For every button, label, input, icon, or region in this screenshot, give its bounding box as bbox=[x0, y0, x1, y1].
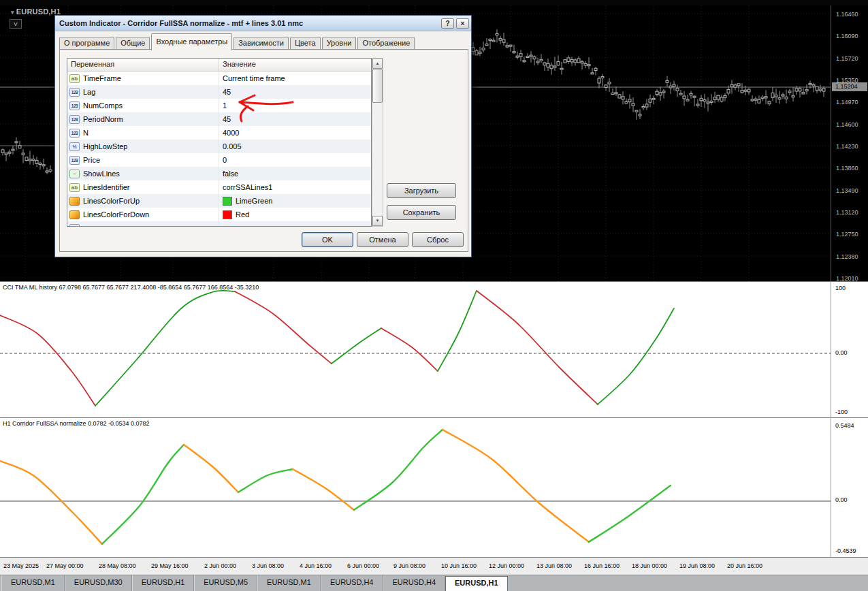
parameters-table: Переменная Значение abTimeFrameCurrent t… bbox=[67, 58, 372, 227]
param-row[interactable]: abLinesIdentifiercorrSSALines1 bbox=[67, 180, 371, 194]
table-scrollbar[interactable]: ▲ ▼ bbox=[372, 58, 383, 227]
scroll-up-icon[interactable]: ▲ bbox=[372, 59, 383, 69]
param-value: 0.005 bbox=[223, 142, 242, 150]
param-value-cell[interactable]: false bbox=[219, 167, 371, 180]
load-button[interactable]: Загрузить bbox=[387, 183, 456, 198]
param-row[interactable]: ~ShowLinesfalse bbox=[67, 167, 371, 180]
chart-corner-icon[interactable]: V bbox=[10, 19, 22, 29]
price-axis-label: 1.13490 bbox=[836, 187, 858, 194]
param-value-cell[interactable]: 0.005 bbox=[219, 140, 371, 153]
string-param-icon: ab bbox=[69, 183, 80, 192]
color-param-icon bbox=[69, 210, 80, 219]
param-row[interactable]: abTimeFrameCurrent time frame bbox=[67, 71, 371, 85]
param-row[interactable]: 123Price0 bbox=[67, 153, 371, 167]
dialog-tab[interactable]: Цвета bbox=[290, 37, 321, 50]
dialog-tab[interactable]: О программе bbox=[59, 37, 114, 50]
dialog-help-button[interactable]: ? bbox=[441, 18, 454, 29]
param-name: Price bbox=[83, 156, 100, 164]
column-header-value[interactable]: Значение bbox=[219, 59, 371, 71]
scroll-down-icon[interactable]: ▼ bbox=[372, 216, 383, 226]
param-row[interactable]: 123Lag45 bbox=[67, 85, 371, 99]
param-value-cell[interactable]: 0 bbox=[219, 153, 371, 167]
param-row[interactable]: 123N4000 bbox=[67, 126, 371, 140]
column-header-variable[interactable]: Переменная bbox=[67, 59, 219, 71]
time-axis-label: 13 Jun 08:00 bbox=[536, 562, 572, 569]
dialog-tab-page: Переменная Значение abTimeFrameCurrent t… bbox=[59, 49, 468, 252]
chart-tab[interactable]: EURUSD,H4 bbox=[321, 575, 383, 591]
dialog-tab[interactable]: Входные параметры bbox=[151, 33, 232, 50]
price-axis-label: 1.14600 bbox=[836, 121, 858, 128]
dialog-titlebar[interactable]: Custom Indicator - Corridor FullSSA norm… bbox=[55, 16, 471, 31]
ok-button[interactable]: OK bbox=[302, 232, 353, 247]
param-row[interactable]: 123 bbox=[67, 221, 371, 227]
chart-tab[interactable]: EURUSD,H1 bbox=[132, 575, 195, 591]
chart-tab[interactable]: EURUSD,H4 bbox=[383, 575, 445, 591]
param-value-cell[interactable]: Red bbox=[219, 208, 371, 221]
price-axis-label: 1.16090 bbox=[836, 33, 858, 39]
chart-tab[interactable]: EURUSD,H1 bbox=[445, 576, 508, 591]
param-value-cell[interactable]: 45 bbox=[219, 112, 371, 126]
cci-indicator-panel[interactable]: CCI TMA ML history 67.0798 65.7677 65.76… bbox=[0, 281, 831, 417]
time-axis-label: 12 Jun 00:00 bbox=[489, 562, 524, 569]
chart-tab[interactable]: EURUSD,M5 bbox=[194, 575, 257, 591]
price-axis-label: 1.14230 bbox=[836, 143, 858, 150]
param-value-cell[interactable]: corrSSALines1 bbox=[219, 180, 371, 194]
chart-tab[interactable]: EURUSD,M1 bbox=[1, 575, 65, 591]
time-axis-label: 4 Jun 16:00 bbox=[300, 562, 332, 569]
chart-tab[interactable]: EURUSD,M1 bbox=[257, 575, 321, 591]
param-name-cell: 123Price bbox=[67, 153, 219, 167]
chart-symbol-label: ▾EURUSD,H1 bbox=[11, 7, 61, 16]
param-name: N bbox=[83, 129, 89, 137]
dialog-tab[interactable]: Общие bbox=[116, 37, 150, 50]
string-param-icon: ab bbox=[69, 74, 80, 83]
param-row[interactable]: LinesColorForDownRed bbox=[67, 208, 371, 221]
param-name-cell: 123PeriodNorm bbox=[67, 112, 219, 126]
param-value-cell[interactable]: 4000 bbox=[219, 126, 371, 140]
mt4-window: ▾EURUSD,H1 V 1.164601.160901.157201.1535… bbox=[0, 0, 868, 591]
param-value-cell[interactable]: 1 bbox=[219, 99, 371, 112]
time-axis-label: 27 May 00:00 bbox=[46, 562, 84, 569]
param-name: PeriodNorm bbox=[83, 115, 123, 123]
price-axis[interactable]: 1.164601.160901.157201.153501.149701.146… bbox=[831, 5, 868, 281]
time-axis-label: 23 May 2025 bbox=[3, 562, 39, 569]
time-axis-label: 2 Jun 00:00 bbox=[204, 562, 236, 569]
param-value: 45 bbox=[223, 115, 231, 123]
reset-button[interactable]: Сброс bbox=[412, 232, 464, 247]
scroll-thumb[interactable] bbox=[372, 69, 383, 103]
param-row[interactable]: ½HighLowStep0.005 bbox=[67, 140, 371, 153]
dialog-close-button[interactable]: × bbox=[456, 18, 469, 29]
int-param-icon: 123 bbox=[69, 115, 80, 124]
cci-curve bbox=[0, 282, 831, 418]
param-name: HighLowStep bbox=[83, 142, 127, 150]
param-value-cell[interactable] bbox=[219, 221, 371, 227]
param-value-cell[interactable]: Current time frame bbox=[219, 71, 371, 85]
bool-param-icon: ~ bbox=[69, 170, 80, 178]
save-button[interactable]: Сохранить bbox=[387, 205, 456, 220]
ssa-panel-label: H1 Corridor FullSSA normalize 0.0782 -0.… bbox=[3, 420, 150, 427]
param-name-cell: 123NumComps bbox=[67, 99, 219, 112]
param-row[interactable]: LinesColorForUpLimeGreen bbox=[67, 194, 371, 208]
param-row[interactable]: 123NumComps1 bbox=[67, 99, 371, 112]
time-axis-label: 16 Jun 16:00 bbox=[584, 562, 620, 569]
chart-tab[interactable]: EURUSD,M30 bbox=[65, 575, 132, 591]
param-name: LinesIdentifier bbox=[83, 183, 130, 191]
dialog-title: Custom Indicator - Corridor FullSSA norm… bbox=[59, 19, 439, 27]
param-value-cell[interactable]: LimeGreen bbox=[219, 194, 371, 208]
indicator-axis-label: -0.4539 bbox=[835, 547, 856, 554]
param-value-cell[interactable]: 45 bbox=[219, 85, 371, 99]
dialog-tab[interactable]: Отображение bbox=[357, 37, 415, 50]
param-value: Current time frame bbox=[223, 74, 285, 82]
param-name-cell: abTimeFrame bbox=[67, 71, 219, 85]
time-axis[interactable]: 23 May 202527 May 00:0028 May 08:0029 Ma… bbox=[0, 557, 868, 575]
param-row[interactable]: 123PeriodNorm45 bbox=[67, 112, 371, 126]
ssa-axis[interactable]: 0.54840.00-0.4539 bbox=[831, 417, 868, 557]
dialog-tab[interactable]: Уровни bbox=[322, 37, 357, 50]
cancel-button[interactable]: Отмена bbox=[357, 232, 408, 247]
dialog-tab[interactable]: Зависимости bbox=[234, 37, 289, 50]
indicator-axis-label: 100 bbox=[835, 285, 846, 291]
price-axis-label: 1.12750 bbox=[836, 231, 858, 238]
price-axis-label: 1.13120 bbox=[836, 209, 858, 216]
time-axis-label: 18 Jun 00:00 bbox=[632, 562, 667, 569]
cci-axis[interactable]: 1000.00-100 bbox=[831, 281, 868, 417]
ssa-indicator-panel[interactable]: H1 Corridor FullSSA normalize 0.0782 -0.… bbox=[0, 417, 831, 557]
